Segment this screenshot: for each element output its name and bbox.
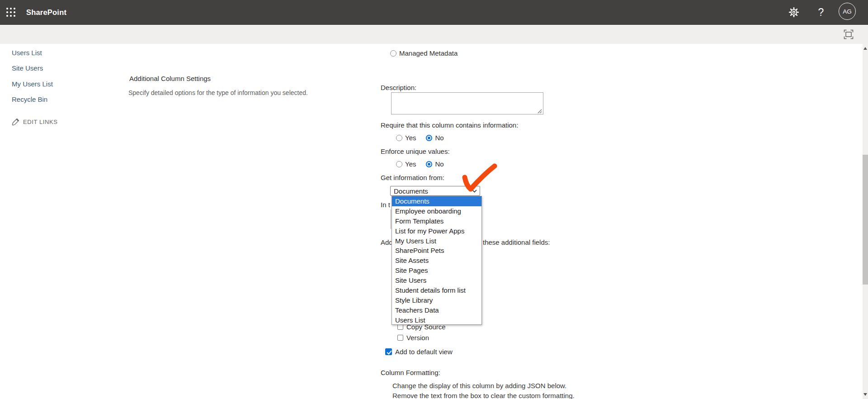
require-info-label: Require that this column contains inform…	[381, 121, 518, 129]
edit-links-button[interactable]: EDIT LINKS	[12, 118, 58, 126]
require-no-radio[interactable]	[426, 135, 432, 141]
enforce-no-label: No	[435, 160, 443, 168]
enforce-yes-radio[interactable]	[396, 161, 402, 167]
require-no-label: No	[435, 134, 443, 142]
hidden-input-left-edge	[391, 209, 391, 229]
add-fields-label-fragment-right: these additional fields:	[483, 238, 550, 247]
account-avatar[interactable]: AG	[839, 3, 856, 20]
enforce-unique-radio-row: Yes No	[396, 160, 444, 168]
settings-gear-icon[interactable]	[788, 7, 799, 18]
focus-mode-icon[interactable]	[844, 29, 854, 39]
get-information-from-label: Get information from:	[381, 174, 444, 182]
select-current-value: Documents	[391, 187, 472, 195]
add-to-default-view-checkbox[interactable]	[385, 348, 392, 355]
enforce-unique-label: Enforce unique values:	[381, 147, 450, 156]
description-textarea[interactable]	[391, 92, 543, 114]
pencil-icon	[12, 118, 19, 126]
app-launcher-waffle-icon[interactable]	[6, 8, 16, 17]
dropdown-option-2[interactable]: Form Templates	[392, 216, 481, 226]
in-column-label-fragment: In t	[381, 201, 390, 209]
column-formatting-label: Column Formatting:	[381, 369, 440, 377]
sharepoint-column-settings-page: SharePoint ? AG Us	[0, 0, 868, 399]
dropdown-option-5[interactable]: SharePoint Pets	[392, 246, 481, 256]
add-fields-label-fragment-left: Add	[381, 238, 393, 247]
column-formatting-help-line1: Change the display of this column by add…	[392, 382, 566, 390]
left-nav: Users ListSite UsersMy Users ListRecycle…	[12, 48, 98, 111]
version-checkbox-row: Version	[394, 334, 429, 342]
dropdown-option-1[interactable]: Employee onboarding	[392, 206, 481, 216]
dropdown-option-11[interactable]: Teachers Data	[392, 305, 481, 315]
section-title: Additional Column Settings	[129, 75, 211, 82]
description-label: Description:	[381, 84, 416, 92]
require-yes-label: Yes	[405, 134, 416, 142]
scrollbar-up-arrow[interactable]	[863, 45, 868, 52]
dropdown-option-9[interactable]: Student details form list	[392, 285, 481, 295]
add-to-default-view-row: Add to default view	[382, 348, 453, 356]
suite-top-bar: SharePoint ? AG	[0, 0, 868, 25]
managed-metadata-radio-row: Managed Metadata	[390, 49, 458, 57]
get-information-from-select[interactable]: Documents	[390, 186, 480, 196]
dropdown-option-12[interactable]: Users List	[392, 315, 481, 325]
sidebar-item-3[interactable]: Recycle Bin	[12, 95, 98, 104]
scrollbar-thumb[interactable]	[863, 155, 868, 285]
require-yes-radio[interactable]	[396, 135, 402, 141]
chevron-down-icon	[472, 190, 477, 193]
enforce-no-radio[interactable]	[426, 161, 432, 167]
version-checkbox[interactable]	[397, 335, 403, 341]
dropdown-option-7[interactable]: Site Pages	[392, 266, 481, 276]
version-label: Version	[406, 334, 429, 342]
managed-metadata-radio[interactable]	[390, 50, 396, 57]
sidebar-item-1[interactable]: Site Users	[12, 64, 98, 73]
sidebar-item-2[interactable]: My Users List	[12, 80, 98, 89]
help-icon[interactable]: ?	[816, 5, 826, 19]
section-description: Specify detailed options for the type of…	[128, 89, 308, 96]
scrollbar-down-arrow[interactable]	[863, 391, 868, 398]
dropdown-option-3[interactable]: List for my Power Apps	[392, 226, 481, 236]
edit-links-label: EDIT LINKS	[23, 119, 58, 125]
add-to-default-view-label: Add to default view	[395, 348, 453, 356]
dropdown-option-10[interactable]: Style Library	[392, 295, 481, 305]
column-formatting-help-line2: Remove the text from the box to clear th…	[392, 392, 575, 399]
command-sub-bar	[0, 25, 868, 44]
vertical-scrollbar[interactable]	[863, 44, 868, 399]
enforce-yes-label: Yes	[405, 160, 416, 168]
dropdown-option-6[interactable]: Site Assets	[392, 256, 481, 266]
dropdown-option-0[interactable]: Documents	[392, 196, 481, 206]
managed-metadata-label: Managed Metadata	[399, 49, 458, 57]
dropdown-option-8[interactable]: Site Users	[392, 276, 481, 285]
get-information-from-dropdown-list: DocumentsEmployee onboardingForm Templat…	[392, 196, 482, 325]
dropdown-option-4[interactable]: My Users List	[392, 236, 481, 246]
sharepoint-brand-title: SharePoint	[26, 0, 66, 25]
require-info-radio-row: Yes No	[396, 134, 444, 142]
sidebar-item-0[interactable]: Users List	[12, 48, 98, 57]
